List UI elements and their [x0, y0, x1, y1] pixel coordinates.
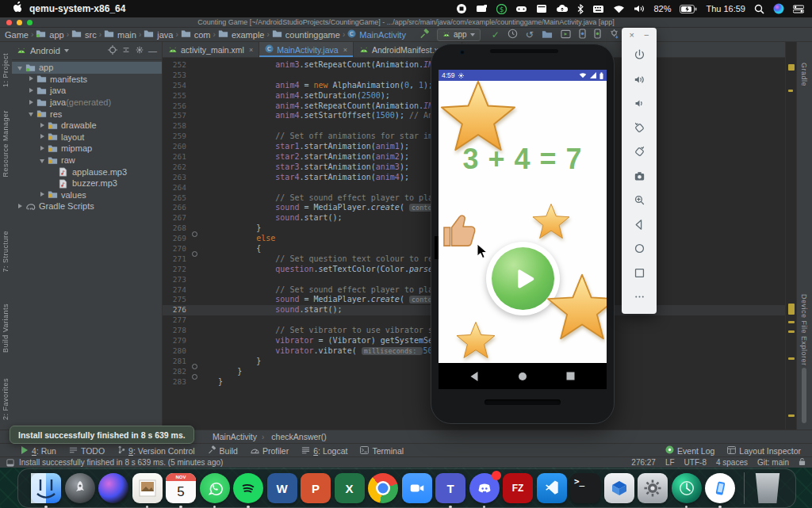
- status-segment[interactable]: 4 spaces: [716, 458, 748, 467]
- tool-button-resource-manager[interactable]: Resource Manager: [2, 110, 10, 178]
- breadcrumb-item-example[interactable]: example: [218, 29, 265, 40]
- tree-item-res[interactable]: res: [12, 108, 162, 120]
- emulator-close-button[interactable]: ×: [630, 30, 634, 40]
- status-segment[interactable]: UTF-8: [684, 458, 707, 467]
- siri-icon[interactable]: [773, 3, 784, 14]
- toolwindow-button-build[interactable]: Build: [208, 445, 238, 456]
- dock-item-excel[interactable]: X: [335, 473, 365, 503]
- tool-button-gradle[interactable]: Gradle: [800, 63, 808, 86]
- tool-button-favorites[interactable]: 2: Favorites: [2, 378, 10, 420]
- dock-item-word[interactable]: W: [267, 473, 297, 503]
- dock-item-trash[interactable]: [753, 473, 783, 503]
- sdk-manager-icon[interactable]: [609, 29, 619, 40]
- dock-item-calendar[interactable]: NOV5: [166, 473, 196, 503]
- toolwindow-button-todo[interactable]: TODO: [69, 446, 105, 456]
- dock-item-android-studio[interactable]: [672, 473, 702, 503]
- tree-chevron-icon[interactable]: [39, 157, 46, 164]
- profiler-device-icon[interactable]: [579, 29, 586, 40]
- keyboard-brightness-icon[interactable]: [592, 5, 604, 13]
- tree-item-applause-mp3[interactable]: applause.mp3: [12, 166, 162, 178]
- toolwindow-button-layout-inspector[interactable]: Layout Inspector: [727, 446, 801, 456]
- breadcrumb-item-mainactivity[interactable]: CMainActivity: [347, 29, 406, 40]
- android-back-button[interactable]: [470, 372, 479, 381]
- profile-clock-icon[interactable]: [508, 29, 518, 40]
- dock-item-launchpad[interactable]: [65, 473, 95, 503]
- reset-icon[interactable]: ↺: [526, 29, 534, 40]
- toolwindow-toggle-icon[interactable]: [6, 459, 14, 467]
- emu-zoom-button[interactable]: [628, 189, 650, 212]
- sync-folder-icon[interactable]: [542, 29, 553, 40]
- settings-gear-icon[interactable]: [135, 45, 144, 56]
- toolwindow-button-9-version-control[interactable]: 9: Version Control: [117, 445, 194, 456]
- dock-item-discord[interactable]: [469, 473, 500, 503]
- screen-recording-icon[interactable]: [456, 3, 467, 14]
- android-recents-button[interactable]: [566, 372, 575, 380]
- editor-error-stripe[interactable]: [785, 42, 797, 430]
- tool-button-device-file-explorer[interactable]: Device File Explorer: [800, 294, 808, 366]
- tree-item-gradle-scripts[interactable]: Gradle Scripts: [12, 201, 162, 212]
- tree-chevron-icon[interactable]: [39, 191, 46, 198]
- tree-item-app[interactable]: app: [12, 62, 162, 74]
- locate-file-icon[interactable]: [108, 45, 117, 56]
- emu-more-button[interactable]: [628, 286, 650, 308]
- emu-volume-up-button[interactable]: [628, 68, 650, 90]
- breadcrumb-item-java[interactable]: java: [144, 29, 173, 40]
- dock-item-emulator[interactable]: [705, 473, 735, 503]
- close-tab-icon[interactable]: ×: [343, 46, 347, 54]
- tree-chevron-icon[interactable]: [28, 75, 35, 82]
- tree-chevron-icon[interactable]: [17, 64, 24, 71]
- lock-icon[interactable]: [799, 457, 806, 468]
- wifi-icon[interactable]: [613, 5, 625, 13]
- emu-home-button[interactable]: [628, 238, 650, 260]
- tree-chevron-icon[interactable]: [39, 133, 46, 140]
- dollar-status-icon[interactable]: $: [496, 4, 507, 14]
- hide-panel-icon[interactable]: —: [148, 46, 157, 55]
- tree-chevron-icon[interactable]: [39, 122, 46, 129]
- tool-button-build-variants[interactable]: Build Variants: [2, 304, 10, 353]
- bluetooth-icon[interactable]: [577, 4, 584, 14]
- emu-power-button[interactable]: [628, 44, 650, 67]
- breadcrumb-item-main[interactable]: main: [104, 29, 136, 40]
- tool-button-project[interactable]: 1: Project: [2, 53, 10, 87]
- emu-volume-down-button[interactable]: [628, 93, 650, 115]
- tree-item-raw[interactable]: raw: [12, 155, 162, 166]
- ide-title-bar[interactable]: Counting Game [~/AndroidStudioProjects/C…: [0, 17, 812, 28]
- volume-icon[interactable]: [634, 4, 645, 13]
- dock-item-virtualbox[interactable]: [604, 473, 634, 503]
- emu-rotate-left-button[interactable]: [628, 116, 650, 139]
- build-hammer-icon[interactable]: [419, 29, 430, 40]
- device-manager-icon[interactable]: [594, 29, 601, 40]
- display-notification-icon[interactable]: [476, 4, 488, 14]
- tab-activity-main-xml[interactable]: activity_main.xml×: [163, 42, 259, 57]
- breadcrumb-item-countinggame[interactable]: countinggame: [272, 29, 340, 40]
- tree-chevron-icon[interactable]: [28, 87, 35, 94]
- tree-chevron-icon[interactable]: [28, 110, 35, 117]
- project-view-select[interactable]: Android: [30, 46, 60, 55]
- dock-item-finder[interactable]: [31, 473, 61, 503]
- emu-screenshot-button[interactable]: [628, 165, 650, 187]
- dock-item-siri[interactable]: [98, 473, 128, 503]
- app-status-icon[interactable]: [515, 4, 527, 13]
- toolwindow-button-6-logcat[interactable]: 6: Logcat: [301, 446, 347, 456]
- dock-item-zoom[interactable]: [402, 473, 432, 503]
- breadcrumb-item-src[interactable]: src: [71, 29, 97, 40]
- breadcrumb-item-game[interactable]: Game: [5, 30, 29, 40]
- tree-chevron-icon[interactable]: [39, 145, 46, 152]
- menu-bar-clock[interactable]: Thu 16:59: [706, 4, 745, 13]
- dock-item-chrome[interactable]: [368, 473, 398, 503]
- close-tab-icon[interactable]: ×: [249, 46, 253, 54]
- toolwindow-button-4-run[interactable]: 4: Run: [21, 446, 56, 456]
- tree-item-layout[interactable]: layout: [12, 132, 162, 143]
- toolwindow-button-event-log[interactable]: Event Log: [665, 445, 714, 456]
- toolwindow-button-terminal[interactable]: Terminal: [360, 446, 404, 456]
- dock-item-powerpoint[interactable]: P: [301, 473, 331, 503]
- tree-item-java[interactable]: java: [12, 85, 162, 97]
- tree-item-mipmap[interactable]: mipmap: [12, 143, 162, 155]
- dock-item-spotify[interactable]: [233, 473, 263, 503]
- dock-item-filezilla[interactable]: FZ: [503, 473, 533, 503]
- dock-item-mail[interactable]: [132, 473, 163, 503]
- tree-chevron-icon[interactable]: [17, 203, 24, 210]
- tab-mainactivity-java[interactable]: CMainActivity.java×: [259, 42, 354, 57]
- run-check-icon[interactable]: ✓: [492, 29, 500, 40]
- toolwindow-button-profiler[interactable]: Profiler: [251, 446, 289, 456]
